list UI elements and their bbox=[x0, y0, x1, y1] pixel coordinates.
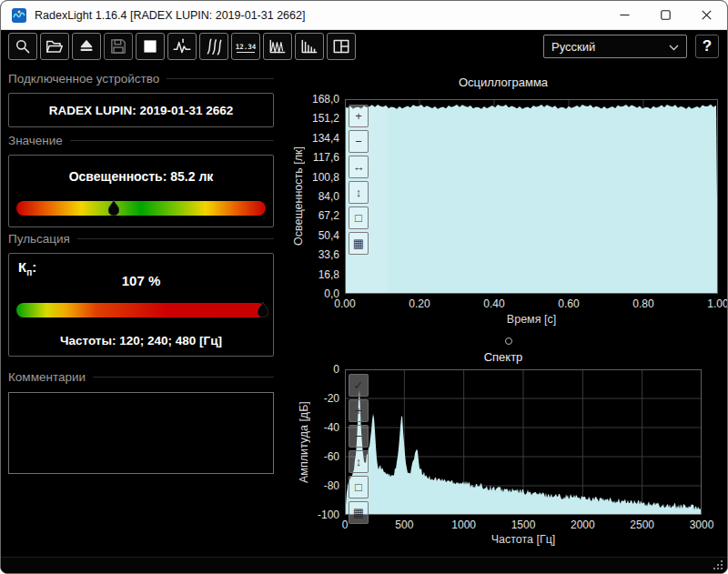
oscillogram-ytick: 84,0 bbox=[281, 190, 339, 203]
chart-pan-horizontal-icon[interactable]: ↔ bbox=[349, 156, 369, 178]
illuminance-reading: Освещенность: 85.2 лк bbox=[9, 169, 273, 184]
chart-select-region-icon[interactable]: □ bbox=[349, 206, 369, 229]
oscillogram-xtick: 0.00 bbox=[325, 297, 365, 310]
minimize-button[interactable] bbox=[604, 1, 645, 29]
device-name-box: RADEX LUPIN: 2019-01-31 2662 bbox=[8, 93, 274, 127]
chart-zoom-out-icon[interactable]: − bbox=[349, 130, 369, 153]
stop-measurement-button[interactable] bbox=[136, 33, 165, 60]
window-title: RadexLight 1.16.4 [RADEX LUPIN: 2019-01-… bbox=[35, 9, 604, 22]
open-file-button[interactable] bbox=[40, 33, 69, 60]
illuminance-marker-icon bbox=[108, 200, 119, 216]
help-button[interactable]: ? bbox=[695, 35, 719, 58]
oscillogram-chart: Осциллограмма Освещенность [лк] 168,0151… bbox=[281, 72, 725, 328]
oscillogram-ytick: 168,0 bbox=[281, 93, 339, 106]
spectrum-title: Спектр bbox=[281, 350, 725, 364]
language-select-value: Русский bbox=[551, 40, 669, 54]
chart-zoom-in-icon[interactable]: + bbox=[349, 105, 369, 127]
language-select[interactable]: Русский bbox=[543, 35, 687, 58]
maximize-button[interactable] bbox=[645, 1, 686, 29]
spectrum-xtick: 3000 bbox=[682, 519, 722, 531]
spectrum-xtick: 2000 bbox=[562, 519, 602, 531]
chart-splitter-handle[interactable] bbox=[505, 337, 512, 345]
oscillogram-ytick: 134,4 bbox=[281, 132, 339, 145]
pulsation-scale-bar bbox=[16, 303, 266, 317]
oscillogram-xtick: 0.20 bbox=[399, 297, 440, 310]
value-section-header: Значение bbox=[8, 134, 274, 147]
app-window: RadexLight 1.16.4 [RADEX LUPIN: 2019-01-… bbox=[0, 0, 728, 574]
device-section-header: Подключенное устройство bbox=[8, 72, 274, 86]
oscillogram-xlabel: Время [с] bbox=[345, 313, 718, 326]
chart-pan-vertical-icon[interactable]: ↕ bbox=[349, 181, 369, 204]
oscillogram-view-button[interactable] bbox=[263, 33, 292, 60]
toolbar: 12.34 Русский ? bbox=[1, 30, 727, 63]
chart-zoom-in-icon[interactable]: + bbox=[349, 399, 369, 422]
oscillogram-ytick: 151,2 bbox=[281, 112, 339, 125]
oscillogram-ytick: 50,4 bbox=[281, 229, 339, 242]
spectrum-ytick: -60 bbox=[281, 450, 339, 463]
close-button[interactable] bbox=[686, 1, 727, 29]
oscillogram-ytick: 100,8 bbox=[281, 171, 339, 184]
oscillogram-xtick: 0.60 bbox=[549, 297, 589, 310]
spectrum-plot[interactable] bbox=[345, 369, 702, 515]
resize-grip[interactable] bbox=[713, 560, 723, 569]
oscillogram-xtick: 1.00 bbox=[698, 297, 728, 310]
chevron-down-icon bbox=[669, 40, 679, 54]
chart-select-region-icon[interactable]: □ bbox=[349, 476, 369, 498]
pulsation-waves-button[interactable] bbox=[199, 33, 228, 60]
spectrum-view-button[interactable] bbox=[295, 33, 324, 60]
window-controls bbox=[604, 1, 727, 29]
layout-view-button[interactable] bbox=[327, 33, 356, 60]
illuminance-value-box: Освещенность: 85.2 лк bbox=[8, 155, 274, 227]
spectrum-ytick: -80 bbox=[281, 479, 339, 492]
oscillogram-title: Осциллограмма bbox=[281, 76, 725, 89]
comments-input[interactable] bbox=[8, 392, 274, 474]
app-icon bbox=[11, 7, 27, 24]
zoom-preview-button[interactable] bbox=[8, 33, 37, 60]
spectrum-xtick: 1500 bbox=[503, 519, 543, 531]
spectrum-ytick: -20 bbox=[281, 392, 339, 405]
oscillogram-ytick: 67,2 bbox=[281, 209, 339, 222]
titlebar: RadexLight 1.16.4 [RADEX LUPIN: 2019-01-… bbox=[1, 1, 727, 30]
pulsation-box: Кп: 107 % Частоты: 120; 240; 480 [Гц] bbox=[8, 253, 274, 357]
pulsation-section-header: Пульсация bbox=[8, 232, 274, 246]
save-file-button[interactable] bbox=[104, 33, 133, 60]
status-bar bbox=[1, 557, 727, 573]
pulsation-marker-icon bbox=[258, 302, 268, 317]
spectrum-xtick: 2500 bbox=[622, 519, 662, 531]
spectrum-xlabel: Частота [Гц] bbox=[345, 533, 702, 546]
spectrum-xtick: 0 bbox=[325, 519, 365, 531]
oscillogram-ytick: 33,6 bbox=[281, 248, 339, 261]
spectrum-ytick: 0 bbox=[281, 363, 339, 376]
illuminance-scale-bar bbox=[16, 201, 266, 216]
frequencies-text: Частоты: 120; 240; 480 [Гц] bbox=[9, 334, 273, 347]
chart-grid-toggle-icon[interactable]: ▦ bbox=[349, 232, 369, 255]
chart-autoscale-icon[interactable]: ✓ bbox=[349, 374, 369, 397]
eject-device-button[interactable] bbox=[72, 33, 101, 60]
oscillogram-ytick: 16,8 bbox=[281, 268, 339, 281]
chart-zoom-out-icon[interactable]: − bbox=[349, 425, 369, 448]
spectrum-chart: Спектр Амплитуда [дБ] 0-20-40-60-80-100 … bbox=[281, 348, 725, 552]
kp-value: 107 % bbox=[9, 273, 273, 288]
chart-pan-vertical-icon[interactable]: ↕ bbox=[349, 450, 369, 473]
oscillogram-ytick: 117,6 bbox=[281, 151, 339, 164]
toolbar-buttons: 12.34 bbox=[8, 33, 356, 60]
comments-section-header: Комментарии bbox=[8, 370, 274, 384]
spectrum-xtick: 1000 bbox=[444, 519, 484, 531]
spectrum-chart-toolbar: ✓+−↕□▦ bbox=[349, 374, 369, 524]
device-name: RADEX LUPIN: 2019-01-31 2662 bbox=[49, 104, 234, 117]
oscillogram-xtick: 0.40 bbox=[474, 297, 514, 310]
digits-display-button[interactable]: 12.34 bbox=[231, 33, 260, 60]
spectrum-xtick: 500 bbox=[384, 519, 424, 531]
spectrum-ytick: -40 bbox=[281, 421, 339, 434]
svg-text:12.34: 12.34 bbox=[236, 43, 257, 51]
spectrum-ylabel: Амплитуда [дБ] bbox=[298, 369, 310, 515]
oscillogram-chart-toolbar: +−↔↕□▦ bbox=[349, 105, 369, 255]
pulse-marker-button[interactable] bbox=[167, 33, 197, 60]
oscillogram-xtick: 0.80 bbox=[623, 297, 663, 310]
left-panel: Подключенное устройство RADEX LUPIN: 201… bbox=[8, 63, 274, 559]
oscillogram-plot[interactable] bbox=[345, 99, 718, 294]
